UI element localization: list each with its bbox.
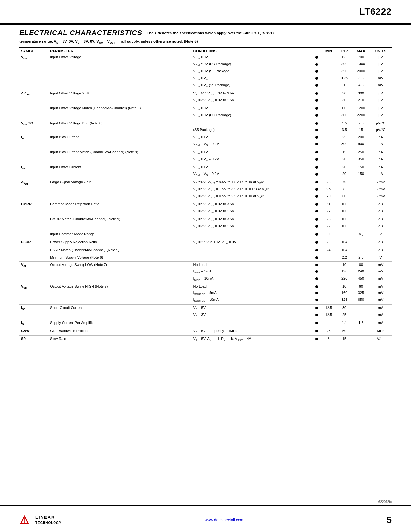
cell-condition: VCM = 0V xyxy=(191,54,312,61)
cell-typ: 1 xyxy=(336,82,352,90)
cell-condition: VCM = VS – 0.2V xyxy=(191,171,312,179)
cell-max xyxy=(352,336,370,343)
cell-max: 60 xyxy=(352,283,370,290)
cell-min: 79 xyxy=(321,239,336,247)
table-row: VOSInput Offset VoltageVCM = 0V125700μV xyxy=(19,54,392,61)
cell-symbol: AVOL xyxy=(19,179,48,201)
cell-bullet xyxy=(312,68,321,75)
cell-bullet xyxy=(312,61,321,68)
cell-bullet xyxy=(312,328,321,336)
cell-units: mV xyxy=(370,262,392,268)
cell-condition: VCM = 0V (DD Package) xyxy=(191,112,312,120)
cell-units: nA xyxy=(370,171,392,179)
cell-min: 0 xyxy=(321,231,336,239)
bullet-indicator xyxy=(315,307,318,309)
cell-parameter: Output Voltage Swing HIGH (Note 7) xyxy=(48,283,191,305)
cell-max: 2000 xyxy=(352,68,370,75)
bottom-bar xyxy=(0,505,411,506)
cell-min xyxy=(321,297,336,304)
cell-min xyxy=(321,127,336,134)
cell-parameter: Power Supply Rejection Ratio xyxy=(48,239,191,247)
cell-typ: 20 xyxy=(336,171,352,179)
cell-units: μV xyxy=(370,97,392,105)
cell-units: mA xyxy=(370,320,392,328)
cell-condition: ISOURCE = 5mA xyxy=(191,290,312,297)
cell-units: mV xyxy=(370,275,392,283)
cell-condition: VCM = VS – 0.2V xyxy=(191,156,312,164)
cell-max: 350 xyxy=(352,156,370,164)
cell-bullet xyxy=(312,336,321,343)
cell-units: nA xyxy=(370,149,392,156)
cell-min xyxy=(321,262,336,268)
cell-typ: 3.5 xyxy=(336,127,352,134)
bullet-indicator xyxy=(315,143,318,145)
cell-units: nA xyxy=(370,156,392,164)
cell-units: MHz xyxy=(370,328,392,336)
website-link[interactable]: www.datasheetall.com xyxy=(205,518,243,522)
cell-bullet xyxy=(312,149,321,156)
table-row: SRSlew RateVS = 5V, AV = –1, RL = 1k, VO… xyxy=(19,336,392,343)
bullet-indicator xyxy=(315,241,318,244)
cell-min: 20 xyxy=(321,193,336,201)
cell-units: nA xyxy=(370,134,392,141)
cell-min xyxy=(321,268,336,275)
cell-parameter: CMRR Match (Channel-to-Channel) (Note 9) xyxy=(48,216,191,231)
cell-typ: 20 xyxy=(336,164,352,171)
cell-parameter: Input Bias Current Match (Channel-to-Cha… xyxy=(48,149,191,164)
cell-min: 77 xyxy=(321,208,336,216)
bullet-indicator xyxy=(315,195,318,198)
cell-max: 325 xyxy=(352,290,370,297)
cell-condition: No Load xyxy=(191,262,312,268)
bullet-indicator xyxy=(315,218,318,221)
cell-units: V xyxy=(370,231,392,239)
cell-typ: 100 xyxy=(336,223,352,231)
cell-typ: 2.2 xyxy=(336,254,352,262)
cell-typ: 104 xyxy=(336,239,352,247)
cell-min xyxy=(321,134,336,141)
main-content: ELECTRICAL CHARACTERISTICS The ● denotes… xyxy=(19,29,392,343)
cell-min: 25 xyxy=(321,179,336,186)
cell-units: mA xyxy=(370,305,392,312)
cell-max xyxy=(352,186,370,193)
cell-condition: VS = 5V, VCM = 0V to 3.5V xyxy=(191,201,312,208)
section-title: ELECTRICAL CHARACTERISTICS xyxy=(19,29,142,37)
cell-max xyxy=(352,201,370,208)
cell-typ: 300 xyxy=(336,141,352,149)
table-row: AVOLLarge Signal Voltage GainVS = 5V, VO… xyxy=(19,179,392,186)
table-row: ISSupply Current Per Amplifier1.11.5mA xyxy=(19,320,392,328)
cell-condition: VS = 5V, VOUT = 0.5V to 4.5V, RL = 1k at… xyxy=(191,179,312,186)
cell-condition: VS = 5V, AV = –1, RL = 1k, VOUT = 4V xyxy=(191,336,312,343)
col-max: MAX xyxy=(352,48,370,54)
cell-units: mA xyxy=(370,312,392,320)
cell-typ: 30 xyxy=(336,90,352,97)
cell-condition: VS = 5V xyxy=(191,305,312,312)
cell-min: 76 xyxy=(321,216,336,223)
cell-units: V/μs xyxy=(370,336,392,343)
cell-typ: 10 xyxy=(336,262,352,268)
cell-typ: 70 xyxy=(336,179,352,186)
cell-bullet xyxy=(312,262,321,268)
bullet-indicator xyxy=(315,330,318,332)
cell-bullet xyxy=(312,297,321,304)
cell-units: dB xyxy=(370,208,392,216)
cell-units: dB xyxy=(370,239,392,247)
cell-bullet xyxy=(312,82,321,90)
cell-units: μV xyxy=(370,112,392,120)
cell-max: 900 xyxy=(352,141,370,149)
cell-max: 300 xyxy=(352,90,370,97)
cell-units: dB xyxy=(370,201,392,208)
cell-min xyxy=(321,97,336,105)
cell-parameter: Input Offset Current xyxy=(48,164,191,179)
bullet-indicator xyxy=(315,292,318,294)
cell-typ: 15 xyxy=(336,336,352,343)
cell-units: dB xyxy=(370,247,392,254)
cell-condition: VS = 5V, Frequency = 1MHz xyxy=(191,328,312,336)
cell-condition: (S5 Package) xyxy=(191,127,312,134)
col-min: MIN xyxy=(321,48,336,54)
cell-min xyxy=(321,54,336,61)
cell-typ: 25 xyxy=(336,134,352,141)
cell-min xyxy=(321,112,336,120)
title-sub: temperature range. VS = 5V, 0V; VS = 3V,… xyxy=(19,39,392,44)
cell-min xyxy=(321,90,336,97)
cell-typ: 1.1 xyxy=(336,320,352,328)
